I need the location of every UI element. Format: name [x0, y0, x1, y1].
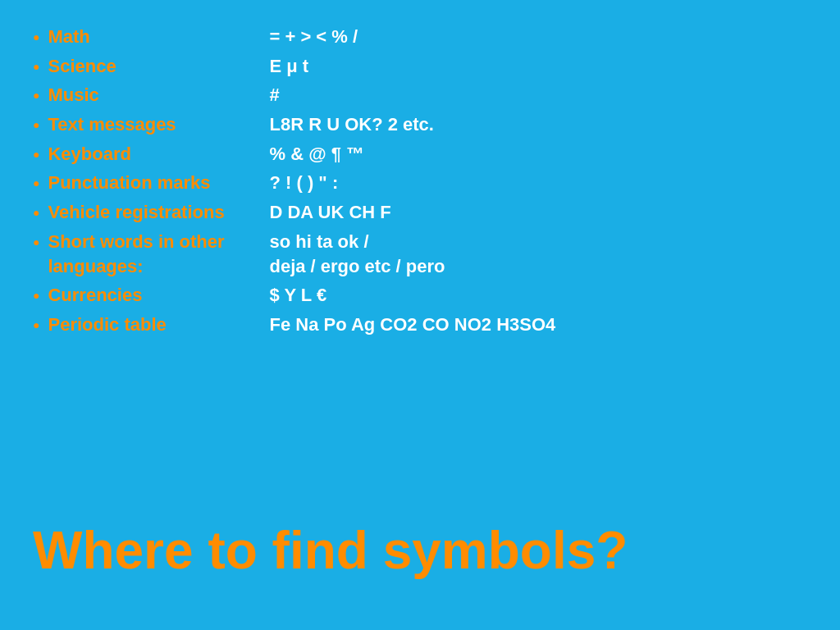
- item-value-keyboard: % & @ ¶ ™: [269, 142, 364, 167]
- item-value-currencies: $ Y L €: [269, 283, 326, 308]
- item-label-short-words-line1: Short words in other: [48, 230, 269, 254]
- item-label-science: Science: [48, 54, 269, 79]
- item-value-short-words-line1: so hi ta ok /: [269, 230, 368, 254]
- list-item-math: ● Math = + > < % /: [33, 25, 807, 49]
- list-item-science: ● Science E μ t: [33, 54, 807, 79]
- content-area: ● Math = + > < % / ● Science E μ t ● Mus…: [0, 0, 840, 358]
- item-value-music: #: [269, 83, 279, 107]
- item-label-text-messages: Text messages: [48, 112, 269, 137]
- list-item-short-words: ● Short words in other so hi ta ok / lan…: [33, 230, 807, 278]
- item-label-vehicle-reg: Vehicle registrations: [48, 200, 269, 225]
- bullet-dot: ●: [33, 88, 39, 103]
- list-item-vehicle-reg: ● Vehicle registrations D DA UK CH F: [33, 200, 807, 225]
- item-label-short-words-line2: languages:: [48, 254, 269, 279]
- item-label-math: Math: [48, 25, 269, 49]
- item-value-text-messages: L8R R U OK? 2 etc.: [269, 112, 433, 137]
- item-label-keyboard: Keyboard: [48, 142, 269, 167]
- bottom-title: Where to find symbols?: [33, 520, 628, 581]
- item-label-music: Music: [48, 83, 269, 107]
- bullet-dot: ●: [33, 30, 39, 45]
- item-label-punctuation: Punctuation marks: [48, 171, 269, 195]
- list-item-periodic-table: ● Periodic table Fe Na Po Ag CO2 CO NO2 …: [33, 313, 807, 337]
- list-item-currencies: ● Currencies $ Y L €: [33, 283, 807, 308]
- item-value-punctuation: ? ! ( ) " :: [269, 171, 338, 195]
- short-words-content: Short words in other so hi ta ok / langu…: [48, 230, 445, 278]
- item-value-science: E μ t: [269, 54, 308, 79]
- list-item-text-messages: ● Text messages L8R R U OK? 2 etc.: [33, 112, 807, 137]
- item-value-periodic-table: Fe Na Po Ag CO2 CO NO2 H3SO4: [269, 313, 555, 337]
- bullet-dot: ●: [33, 59, 39, 75]
- bullet-list: ● Math = + > < % / ● Science E μ t ● Mus…: [33, 25, 807, 337]
- item-label-currencies: Currencies: [48, 283, 269, 308]
- list-item-music: ● Music #: [33, 83, 807, 107]
- bullet-dot: ●: [33, 317, 39, 333]
- bullet-dot: ●: [33, 117, 39, 133]
- item-value-math: = + > < % /: [269, 25, 358, 49]
- bullet-dot: ●: [33, 288, 39, 304]
- bullet-dot: ●: [33, 147, 39, 162]
- item-label-periodic-table: Periodic table: [48, 313, 269, 337]
- bullet-dot: ●: [33, 235, 39, 250]
- bullet-dot: ●: [33, 176, 39, 191]
- list-item-punctuation: ● Punctuation marks ? ! ( ) " :: [33, 171, 807, 195]
- list-item-keyboard: ● Keyboard % & @ ¶ ™: [33, 142, 807, 167]
- item-value-vehicle-reg: D DA UK CH F: [269, 200, 390, 225]
- bullet-dot: ●: [33, 205, 39, 221]
- item-value-short-words-line2: deja / ergo etc / pero: [269, 254, 445, 279]
